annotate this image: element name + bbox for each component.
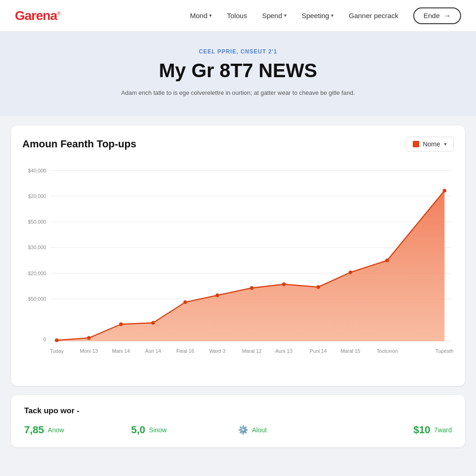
chart-point xyxy=(151,321,155,324)
nav-item-tolous[interactable]: Tolous xyxy=(227,12,247,20)
chevron-down-icon: ▾ xyxy=(209,13,212,19)
stats-card-title: Tack upo wor - xyxy=(24,406,452,416)
hero-description: Adam ench tatle to is ege colverelettre … xyxy=(99,88,377,98)
brand-logo: Garena® xyxy=(15,8,60,23)
end-button-label: Ende xyxy=(423,12,440,20)
svg-text:$30,000: $30,000 xyxy=(28,245,46,250)
nav-label-mond: Mond xyxy=(190,12,208,20)
svg-text:Auri 14: Auri 14 xyxy=(145,348,161,353)
stat-label-7ward: 7ward xyxy=(434,426,452,434)
dropdown-label: Nome xyxy=(423,140,440,148)
svg-text:0: 0 xyxy=(43,336,46,342)
stats-card: Tack upo wor - 7,85 Anow 5,0 Sinow ⚙️ Al… xyxy=(11,395,465,447)
stat-label-sinow: Sinow xyxy=(149,426,167,434)
nav-label-speeting: Speeting xyxy=(302,12,329,20)
svg-text:$20,000: $20,000 xyxy=(28,270,46,276)
chart-dropdown-button[interactable]: Nome ▾ xyxy=(406,137,454,152)
nav-item-mond[interactable]: Mond ▾ xyxy=(190,12,212,20)
chart-point xyxy=(87,336,91,340)
svg-text:Maral 12: Maral 12 xyxy=(242,348,262,353)
gear-icon: ⚙️ xyxy=(238,425,248,435)
svg-text:Toctcinon: Toctcinon xyxy=(377,348,398,353)
hero-section: CEEL PPRIE, CNSEUT 2'1 My Gr 8T7 NEWS Ad… xyxy=(0,32,476,116)
chart-container: $40,000 $20,000 $50,000 $30,000 $20,000 … xyxy=(22,161,454,375)
brand-name: Garena xyxy=(15,8,57,23)
nav-item-ganner[interactable]: Ganner pecrack xyxy=(349,12,398,20)
nav-label-ganner: Ganner pecrack xyxy=(349,12,398,20)
main-content: Amoun Feanth Top-ups Nome ▾ $40,000 $20,… xyxy=(0,116,476,456)
svg-text:Tuday: Tuday xyxy=(50,348,64,353)
chart-point xyxy=(282,282,286,286)
chart-point xyxy=(349,270,352,274)
stat-label-anow: Anow xyxy=(48,426,64,434)
stat-item-anow: 7,85 Anow xyxy=(24,424,131,436)
nav-label-tolous: Tolous xyxy=(227,12,247,20)
nav-label-spend: Spend xyxy=(262,12,282,20)
svg-text:$50,000: $50,000 xyxy=(28,219,46,225)
stat-value-7ward: $10 xyxy=(413,424,430,436)
chart-point xyxy=(317,285,320,289)
legend-color-dot xyxy=(413,141,419,147)
svg-text:$20,000: $20,000 xyxy=(28,193,46,198)
arrow-right-icon: → xyxy=(443,12,451,20)
stat-item-7ward: $10 7ward xyxy=(345,424,452,436)
chart-title: Amoun Feanth Top-ups xyxy=(22,138,136,150)
stat-item-alout: ⚙️ Alout xyxy=(238,425,345,435)
hero-subtitle: CEEL PPRIE, CNSEUT 2'1 xyxy=(9,48,467,55)
stats-row: 7,85 Anow 5,0 Sinow ⚙️ Alout $10 7ward xyxy=(24,424,452,436)
hero-title: My Gr 8T7 NEWS xyxy=(9,60,467,82)
chart-point xyxy=(250,286,254,290)
chart-point xyxy=(184,300,187,304)
chart-svg: $40,000 $20,000 $50,000 $30,000 $20,000 … xyxy=(22,161,454,375)
svg-text:Moni 13: Moni 13 xyxy=(80,348,98,353)
chevron-down-icon: ▾ xyxy=(444,141,447,147)
stat-value-sinow: 5,0 xyxy=(131,424,145,436)
svg-text:Maral 15: Maral 15 xyxy=(341,348,360,353)
svg-text:Punl 14: Punl 14 xyxy=(310,348,327,353)
chart-area xyxy=(57,191,444,341)
svg-text:$40,000: $40,000 xyxy=(28,167,46,173)
chart-point xyxy=(443,189,446,192)
svg-text:$50,000: $50,000 xyxy=(28,296,46,302)
nav-item-spend[interactable]: Spend ▾ xyxy=(262,12,287,20)
chart-point xyxy=(216,293,219,297)
svg-text:Tupesth: Tupesth xyxy=(436,348,454,353)
chevron-down-icon: ▾ xyxy=(284,13,287,19)
svg-text:Fieal 16: Fieal 16 xyxy=(176,348,194,353)
chart-point xyxy=(385,258,389,262)
chart-header: Amoun Feanth Top-ups Nome ▾ xyxy=(22,137,454,152)
chevron-down-icon: ▾ xyxy=(331,13,334,19)
chart-point xyxy=(119,322,123,326)
chart-point xyxy=(55,338,59,342)
brand-trademark: ® xyxy=(57,10,60,16)
svg-text:Auni 13: Auni 13 xyxy=(275,348,292,353)
stat-item-sinow: 5,0 Sinow xyxy=(131,424,238,436)
main-nav: Mond ▾ Tolous Spend ▾ Speeting ▾ Ganner … xyxy=(190,7,461,24)
chart-card: Amoun Feanth Top-ups Nome ▾ $40,000 $20,… xyxy=(11,126,465,386)
svg-text:Ward 3: Ward 3 xyxy=(209,348,225,353)
stat-label-alout: Alout xyxy=(252,426,267,434)
header: Garena® Mond ▾ Tolous Spend ▾ Speeting ▾… xyxy=(0,0,476,32)
stat-value-anow: 7,85 xyxy=(24,424,44,436)
svg-text:Mani 14: Mani 14 xyxy=(112,348,130,353)
end-button[interactable]: Ende → xyxy=(413,7,461,24)
nav-item-speeting[interactable]: Speeting ▾ xyxy=(302,12,334,20)
